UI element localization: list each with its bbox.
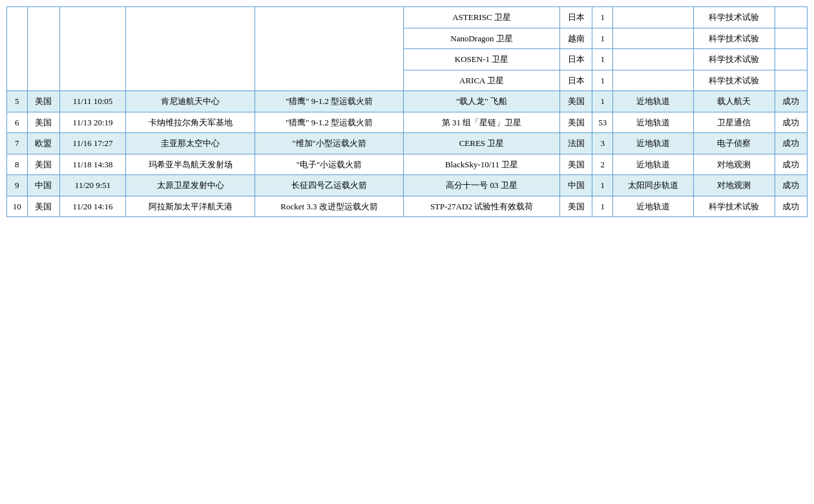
cell-orbit [613, 28, 694, 49]
table-row: 6 美国 11/13 20:19 卡纳维拉尔角天军基地 "猎鹰" 9-1.2 型… [7, 112, 808, 133]
cell-time: 11/18 14:38 [60, 154, 126, 175]
cell-count: 3 [592, 133, 613, 154]
cell-country: 中国 [27, 175, 59, 196]
cell-num: 8 [7, 154, 28, 175]
cell-orbit [613, 70, 694, 91]
cell-nation: 美国 [560, 91, 592, 112]
cell-payload: CERES 卫星 [403, 133, 559, 154]
cell-site: 玛希亚半岛航天发射场 [126, 154, 255, 175]
cell-time: 11/11 10:05 [60, 91, 126, 112]
cell-country: 美国 [27, 154, 59, 175]
cell-num: 9 [7, 175, 28, 196]
cell-payload: 高分十一号 03 卫星 [403, 175, 559, 196]
cell-result: 成功 [775, 175, 807, 196]
cell-nation: 美国 [560, 196, 592, 217]
cell-country: 美国 [27, 196, 59, 217]
cell-nation: 法国 [560, 133, 592, 154]
cell-num: 7 [7, 133, 28, 154]
cell-site: 卡纳维拉尔角天军基地 [126, 112, 255, 133]
cell-payload: ASTERISC 卫星 [403, 7, 559, 28]
cell-use: 科学技术试验 [694, 28, 775, 49]
cell-use: 科学技术试验 [694, 70, 775, 91]
cell-payload: KOSEN-1 卫星 [403, 49, 559, 70]
cell-site: 肯尼迪航天中心 [126, 91, 255, 112]
cell-orbit: 太阳同步轨道 [613, 175, 694, 196]
cell-rocket: 长征四号乙运载火箭 [255, 175, 404, 196]
cell-payload: ARICA 卫星 [403, 70, 559, 91]
cell-result: 成功 [775, 133, 807, 154]
cell-use: 载人航天 [694, 91, 775, 112]
launch-table: ASTERISC 卫星 日本 1 科学技术试验 NanoDragon 卫星 越南… [6, 6, 808, 217]
cell-orbit: 近地轨道 [613, 133, 694, 154]
cell-use: 科学技术试验 [694, 196, 775, 217]
cell-time [60, 7, 126, 91]
cell-country: 美国 [27, 112, 59, 133]
cell-result: 成功 [775, 154, 807, 175]
cell-num: 10 [7, 196, 28, 217]
cell-num: 6 [7, 112, 28, 133]
cell-payload: BlackSky-10/11 卫星 [403, 154, 559, 175]
cell-count: 53 [592, 112, 613, 133]
cell-nation: 美国 [560, 154, 592, 175]
cell-orbit: 近地轨道 [613, 91, 694, 112]
cell-payload: "载人龙" 飞船 [403, 91, 559, 112]
cell-country: 美国 [27, 91, 59, 112]
cell-rocket: "猎鹰" 9-1.2 型运载火箭 [255, 91, 404, 112]
cell-count: 1 [592, 196, 613, 217]
cell-count: 2 [592, 154, 613, 175]
cell-use: 对地观测 [694, 154, 775, 175]
cell-orbit: 近地轨道 [613, 112, 694, 133]
table-row: ASTERISC 卫星 日本 1 科学技术试验 [7, 7, 808, 28]
cell-nation: 越南 [560, 28, 592, 49]
cell-site: 太原卫星发射中心 [126, 175, 255, 196]
cell-orbit: 近地轨道 [613, 154, 694, 175]
cell-result: 成功 [775, 112, 807, 133]
table-row: 8 美国 11/18 14:38 玛希亚半岛航天发射场 "电子"小运载火箭 Bl… [7, 154, 808, 175]
cell-use: 对地观测 [694, 175, 775, 196]
cell-rocket: "猎鹰" 9-1.2 型运载火箭 [255, 112, 404, 133]
cell-site: 圭亚那太空中心 [126, 133, 255, 154]
cell-time: 11/20 14:16 [60, 196, 126, 217]
cell-orbit [613, 49, 694, 70]
cell-time: 11/13 20:19 [60, 112, 126, 133]
cell-nation: 日本 [560, 70, 592, 91]
cell-payload: 第 31 组「星链」卫星 [403, 112, 559, 133]
cell-use: 卫星通信 [694, 112, 775, 133]
cell-site: 阿拉斯加太平洋航天港 [126, 196, 255, 217]
cell-rocket [255, 7, 404, 91]
cell-payload: STP-27AD2 试验性有效载荷 [403, 196, 559, 217]
cell-count: 1 [592, 70, 613, 91]
cell-result: 成功 [775, 196, 807, 217]
cell-num [7, 7, 28, 91]
cell-result [775, 70, 807, 91]
cell-count: 1 [592, 28, 613, 49]
cell-result: 成功 [775, 91, 807, 112]
cell-count: 1 [592, 175, 613, 196]
cell-num: 5 [7, 91, 28, 112]
cell-time: 11/20 9:51 [60, 175, 126, 196]
table-row: 5 美国 11/11 10:05 肯尼迪航天中心 "猎鹰" 9-1.2 型运载火… [7, 91, 808, 112]
cell-site [126, 7, 255, 91]
cell-use: 科学技术试验 [694, 7, 775, 28]
cell-nation: 美国 [560, 112, 592, 133]
cell-use: 科学技术试验 [694, 49, 775, 70]
cell-orbit: 近地轨道 [613, 196, 694, 217]
cell-use: 电子侦察 [694, 133, 775, 154]
cell-count: 1 [592, 49, 613, 70]
table-row: 9 中国 11/20 9:51 太原卫星发射中心 长征四号乙运载火箭 高分十一号… [7, 175, 808, 196]
cell-result [775, 7, 807, 28]
cell-country: 欧盟 [27, 133, 59, 154]
cell-result [775, 28, 807, 49]
cell-payload: NanoDragon 卫星 [403, 28, 559, 49]
cell-nation: 中国 [560, 175, 592, 196]
cell-country [27, 7, 59, 91]
cell-nation: 日本 [560, 7, 592, 28]
cell-orbit [613, 7, 694, 28]
cell-time: 11/16 17:27 [60, 133, 126, 154]
cell-result [775, 49, 807, 70]
cell-rocket: "维加"小型运载火箭 [255, 133, 404, 154]
cell-nation: 日本 [560, 49, 592, 70]
cell-count: 1 [592, 91, 613, 112]
table-row: 10 美国 11/20 14:16 阿拉斯加太平洋航天港 Rocket 3.3 … [7, 196, 808, 217]
cell-rocket: Rocket 3.3 改进型运载火箭 [255, 196, 404, 217]
